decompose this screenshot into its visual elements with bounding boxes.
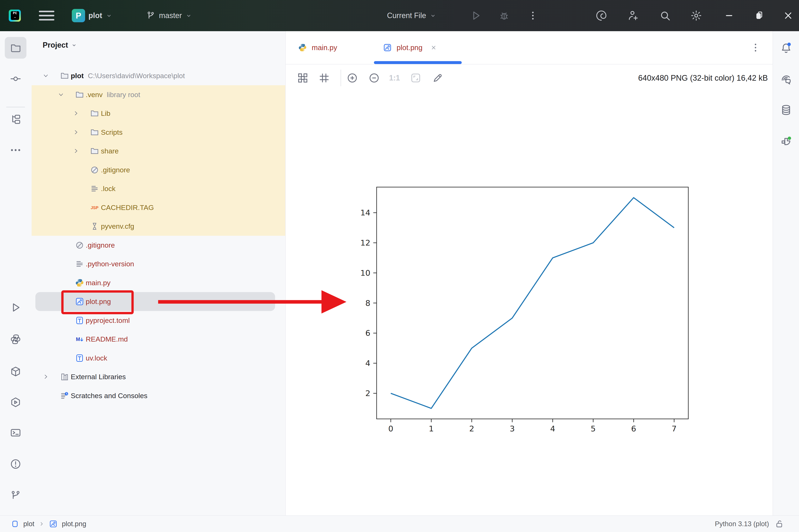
tree-item--python-version[interactable]: .python-version <box>31 254 285 273</box>
tool-stripe-python-console-button[interactable] <box>5 328 26 350</box>
svg-text:5: 5 <box>591 424 596 433</box>
close-tab-icon[interactable] <box>430 44 437 51</box>
plugins-icon <box>780 135 792 147</box>
tool-stripe-python-packages-button[interactable] <box>5 361 26 382</box>
settings-button[interactable] <box>690 0 702 31</box>
tool-stripe-more-button[interactable] <box>5 139 26 161</box>
tool-stripe-problems-button[interactable] <box>5 453 26 475</box>
tree-item-label: Scratches and Consoles <box>71 386 147 405</box>
python-file-icon <box>298 43 307 52</box>
tree-item-label: .python-version <box>86 254 134 273</box>
notifications-icon <box>780 42 792 54</box>
chevron-down-icon <box>58 92 64 98</box>
window-minimize-button[interactable] <box>724 0 734 31</box>
tab-label: plot.png <box>397 43 423 52</box>
breadcrumb-item-file[interactable]: plot.png <box>62 520 86 528</box>
tree-item--gitignore[interactable]: .gitignore <box>31 236 285 255</box>
tree-item-cachedir-tag[interactable]: JSPCACHEDIR.TAG <box>31 198 285 217</box>
chevron-right-icon <box>73 129 79 135</box>
tree-item-external-libraries[interactable]: External Libraries <box>31 367 285 386</box>
chevron-right-icon <box>43 374 49 380</box>
fit-to-window-button[interactable] <box>410 72 421 84</box>
zoom-out-button[interactable] <box>368 72 380 84</box>
svg-text:JSP: JSP <box>91 205 98 210</box>
editor-options-button[interactable] <box>750 31 761 64</box>
tree-item-plot-png[interactable]: plot.png <box>31 292 285 311</box>
branch-name: master <box>159 11 182 20</box>
config-icon <box>90 222 99 231</box>
lock-open-icon[interactable] <box>775 519 784 529</box>
tool-stripe-notifications-button[interactable] <box>775 37 797 59</box>
show-grid-button[interactable] <box>319 72 330 84</box>
tree-item-scripts[interactable]: Scripts <box>31 123 285 142</box>
actual-size-button[interactable]: 1:1 <box>386 72 403 84</box>
run-button[interactable] <box>470 0 482 31</box>
tree-item-label: Scripts <box>101 123 123 142</box>
stripe-divider <box>6 107 25 107</box>
tool-stripe-terminal-button[interactable] <box>5 422 26 444</box>
svg-text:4: 4 <box>365 359 370 368</box>
tree-item-main-py[interactable]: main.py <box>31 273 285 292</box>
chevron-right-icon <box>73 148 79 154</box>
tool-stripe-structure-button[interactable] <box>5 109 26 130</box>
search-everywhere-button[interactable] <box>659 0 671 31</box>
tool-stripe-run-button[interactable] <box>5 297 26 318</box>
chevron-down-icon <box>43 73 49 79</box>
tree-item-readme-md[interactable]: MREADME.md <box>31 330 285 349</box>
project-panel-header[interactable]: Project <box>43 41 77 50</box>
tool-stripe-services-button[interactable] <box>5 392 26 413</box>
zoom-in-button[interactable] <box>346 72 358 84</box>
tab-plot-png[interactable]: plot.png <box>383 31 437 64</box>
commit-icon <box>10 73 21 84</box>
tree-item-scratches-and-consoles[interactable]: Scratches and Consoles <box>31 386 285 405</box>
code-with-me-button[interactable] <box>627 0 639 31</box>
chevron-down-icon <box>430 12 437 19</box>
chevron-down-icon <box>106 12 113 19</box>
project-name: plot <box>88 11 102 20</box>
status-bar: plot plot.png Python 3.13 (plot) <box>0 515 799 532</box>
window-restore-button[interactable] <box>753 0 764 31</box>
tree-item-plot[interactable]: plotC:\Users\david\Workspace\plot <box>31 66 285 85</box>
image-file-icon <box>49 519 58 528</box>
tool-stripe-commit-button[interactable] <box>5 68 26 90</box>
tree-item-label: uv.lock <box>86 349 107 367</box>
tool-stripe-ai-assistant-button[interactable] <box>775 69 797 90</box>
ai-assistant-button[interactable] <box>596 0 607 31</box>
tree-item--gitignore[interactable]: .gitignore <box>31 160 285 179</box>
tree-item-label: .gitignore <box>86 236 115 255</box>
tree-item-uv-lock[interactable]: uv.lock <box>31 349 285 367</box>
tree-item-share[interactable]: share <box>31 141 285 160</box>
jsp-icon: JSP <box>90 203 99 212</box>
tab-main-py[interactable]: main.py <box>298 31 337 64</box>
git-branch-icon <box>146 11 156 21</box>
tree-item-label: .venvlibrary root <box>86 85 140 104</box>
tree-item-pyproject-toml[interactable]: pyproject.toml <box>31 311 285 330</box>
image-file-icon <box>383 43 392 52</box>
debug-button[interactable] <box>498 0 510 31</box>
project-widget[interactable]: P plot <box>72 0 113 31</box>
breadcrumb-item-project[interactable]: plot <box>23 520 34 528</box>
tree-item--venv[interactable]: .venvlibrary root <box>31 85 285 104</box>
markdown-icon: M <box>75 335 84 344</box>
window-close-button[interactable] <box>783 0 794 31</box>
main-menu-button[interactable] <box>39 0 54 31</box>
svg-text:M: M <box>76 336 80 342</box>
database-icon <box>780 104 792 116</box>
tool-stripe-plugins-button[interactable] <box>775 130 797 152</box>
right-tool-stripe <box>773 31 799 515</box>
show-transparency-grid-button[interactable] <box>297 72 309 84</box>
tree-item--lock[interactable]: .lock <box>31 179 285 198</box>
more-actions-button[interactable] <box>527 0 538 31</box>
tool-stripe-database-button[interactable] <box>775 99 797 121</box>
tree-item-pyvenv-cfg[interactable]: pyvenv.cfg <box>31 217 285 236</box>
svg-text:2: 2 <box>365 389 370 398</box>
run-config-label: Current File <box>387 11 426 20</box>
run-configuration-selector[interactable]: Current File <box>387 0 437 31</box>
vcs-widget[interactable]: master <box>146 0 192 31</box>
terminal-icon <box>10 427 21 439</box>
interpreter-widget[interactable]: Python 3.13 (plot) <box>715 516 784 532</box>
tool-stripe-project-folder-button[interactable] <box>5 37 26 59</box>
tool-stripe-version-control-button[interactable] <box>5 484 26 506</box>
tree-item-label: plotC:\Users\david\Workspace\plot <box>71 66 185 85</box>
tree-item-lib[interactable]: Lib <box>31 104 285 123</box>
